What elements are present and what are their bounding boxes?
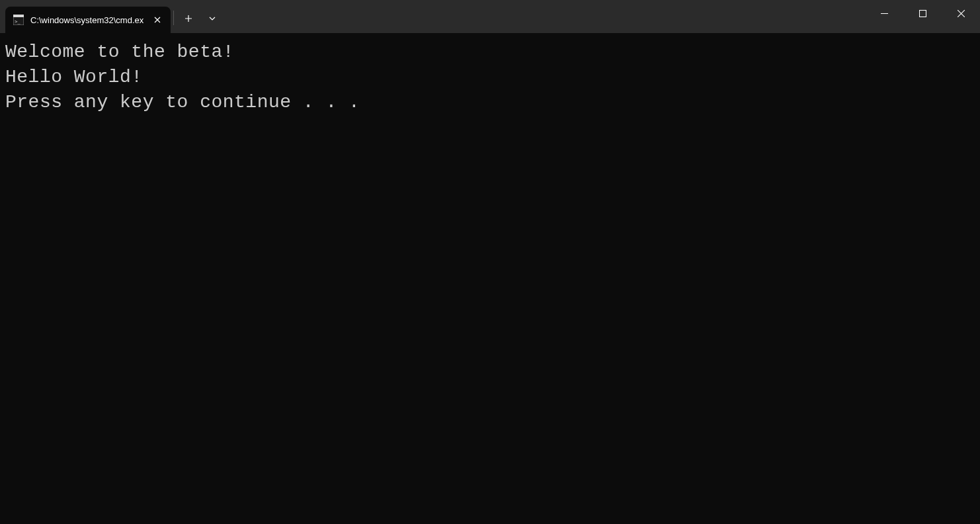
tab-actions xyxy=(171,7,224,33)
tab-close-button[interactable] xyxy=(151,13,164,26)
close-button[interactable] xyxy=(942,0,980,26)
tab-cmd[interactable]: >_ C:\windows\system32\cmd.ex xyxy=(5,7,171,33)
new-tab-button[interactable] xyxy=(177,7,200,30)
window-controls xyxy=(865,0,980,33)
terminal-line: Press any key to continue . . . xyxy=(5,90,975,115)
tab-divider xyxy=(173,11,174,25)
svg-rect-3 xyxy=(919,10,926,17)
cmd-icon: >_ xyxy=(13,15,24,25)
title-bar: >_ C:\windows\system32\cmd.ex xyxy=(0,0,980,33)
terminal-line: Hello World! xyxy=(5,65,975,90)
svg-text:>_: >_ xyxy=(15,19,20,24)
tab-title: C:\windows\system32\cmd.ex xyxy=(30,15,144,25)
maximize-button[interactable] xyxy=(903,0,942,26)
minimize-button[interactable] xyxy=(865,0,903,26)
tabs-area: >_ C:\windows\system32\cmd.ex xyxy=(0,0,865,33)
terminal-body[interactable]: Welcome to the beta! Hello World! Press … xyxy=(0,33,980,524)
terminal-line: Welcome to the beta! xyxy=(5,40,975,65)
svg-rect-1 xyxy=(13,15,24,17)
tab-dropdown-button[interactable] xyxy=(200,7,224,30)
